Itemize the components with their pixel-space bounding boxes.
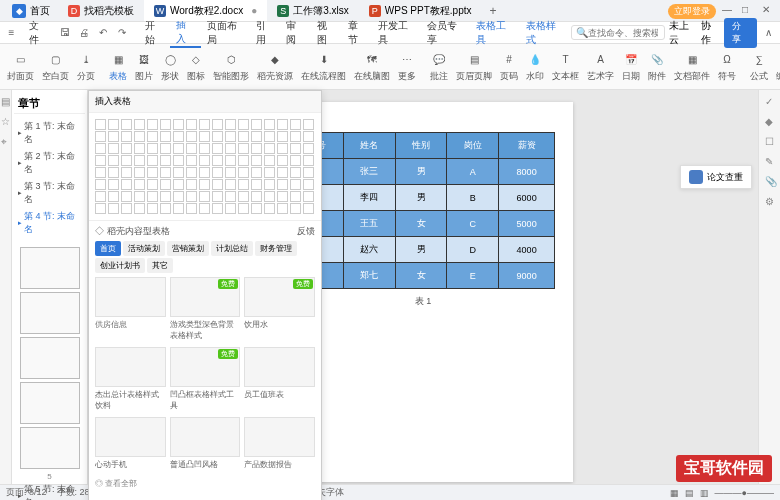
table-header-cell[interactable]: 性别: [395, 133, 447, 159]
ribbon-在线流程图[interactable]: ⬇在线流程图: [298, 50, 349, 83]
bookmark-icon[interactable]: ☆: [1, 116, 11, 126]
grid-cell[interactable]: [238, 143, 249, 154]
grid-cell[interactable]: [212, 191, 223, 202]
grid-cell[interactable]: [173, 167, 184, 178]
ribbon-智能图形[interactable]: ⬡智能图形: [210, 50, 252, 83]
grid-cell[interactable]: [251, 119, 262, 130]
settings-icon[interactable]: ⚙: [765, 196, 775, 206]
chapter-item[interactable]: 第 3 节: 末命名: [14, 178, 85, 208]
chapter-item[interactable]: 第 1 节: 末命名: [14, 118, 85, 148]
grid-cell[interactable]: [173, 203, 184, 214]
grid-cell[interactable]: [199, 131, 210, 142]
login-button[interactable]: 立即登录: [668, 4, 716, 19]
grid-cell[interactable]: [199, 167, 210, 178]
ribbon-更多[interactable]: ⋯更多: [395, 50, 419, 83]
grid-cell[interactable]: [303, 203, 314, 214]
grid-cell[interactable]: [225, 143, 236, 154]
page-thumbnail[interactable]: [20, 382, 80, 424]
grid-cell[interactable]: [238, 191, 249, 202]
grid-cell[interactable]: [160, 191, 171, 202]
grid-cell[interactable]: [173, 191, 184, 202]
table-cell[interactable]: C: [447, 211, 499, 237]
grid-cell[interactable]: [147, 191, 158, 202]
grid-cell[interactable]: [290, 119, 301, 130]
grid-cell[interactable]: [108, 179, 119, 190]
tab-ppt[interactable]: P WPS PPT教程.pptx: [359, 0, 482, 21]
grid-cell[interactable]: [290, 191, 301, 202]
table-template[interactable]: 免费: [244, 277, 315, 317]
ribbon-图片[interactable]: 🖼图片: [132, 50, 156, 83]
grid-cell[interactable]: [303, 143, 314, 154]
plagiarism-check-button[interactable]: 论文查重: [680, 165, 752, 189]
document-table[interactable]: 编号姓名性别岗位薪资 1张三男A80002李四男B60003王五女C50004赵…: [291, 132, 555, 289]
ribbon-表格[interactable]: ▦表格: [106, 50, 130, 83]
table-template[interactable]: 免费: [170, 277, 241, 317]
ribbon-公式[interactable]: ∑公式: [747, 50, 771, 83]
table-row[interactable]: 2李四男B6000: [292, 185, 555, 211]
ribbon-稻壳资源[interactable]: ◆稻壳资源: [254, 50, 296, 83]
grid-cell[interactable]: [212, 155, 223, 166]
table-template[interactable]: 免费: [170, 347, 241, 387]
grid-cell[interactable]: [121, 191, 132, 202]
view-mode-icon[interactable]: ▦: [670, 488, 679, 498]
grid-cell[interactable]: [108, 119, 119, 130]
grid-cell[interactable]: [277, 119, 288, 130]
grid-cell[interactable]: [160, 119, 171, 130]
menu-item-7[interactable]: 开发工具: [372, 19, 421, 47]
grid-cell[interactable]: [186, 131, 197, 142]
ribbon-文档部件[interactable]: ▦文档部件: [671, 50, 713, 83]
grid-cell[interactable]: [108, 143, 119, 154]
grid-cell[interactable]: [108, 155, 119, 166]
grid-cell[interactable]: [264, 203, 275, 214]
ribbon-页码[interactable]: #页码: [497, 50, 521, 83]
grid-cell[interactable]: [121, 179, 132, 190]
menu-item-9[interactable]: 表格工具: [470, 19, 519, 47]
menu-item-5[interactable]: 视图: [311, 19, 342, 47]
grid-cell[interactable]: [134, 143, 145, 154]
grid-cell[interactable]: [134, 167, 145, 178]
grid-cell[interactable]: [160, 179, 171, 190]
grid-cell[interactable]: [277, 203, 288, 214]
grid-cell[interactable]: [212, 203, 223, 214]
outline-icon[interactable]: ⌖: [1, 136, 11, 146]
grid-cell[interactable]: [251, 203, 262, 214]
grid-cell[interactable]: [225, 167, 236, 178]
grid-cell[interactable]: [186, 119, 197, 130]
select-icon[interactable]: ☐: [765, 136, 775, 146]
grid-cell[interactable]: [277, 155, 288, 166]
grid-cell[interactable]: [290, 143, 301, 154]
grid-cell[interactable]: [134, 119, 145, 130]
chapter-item[interactable]: 第 4 节: 末命名: [14, 208, 85, 238]
table-header-cell[interactable]: 岗位: [447, 133, 499, 159]
grid-cell[interactable]: [147, 119, 158, 130]
grid-cell[interactable]: [95, 143, 106, 154]
ribbon-日期[interactable]: 📅日期: [619, 50, 643, 83]
grid-cell[interactable]: [251, 155, 262, 166]
grid-cell[interactable]: [121, 155, 132, 166]
maximize-icon[interactable]: □: [742, 4, 756, 18]
table-cell[interactable]: 4000: [499, 237, 555, 263]
chapter-item[interactable]: 第 2 节: 末命名: [14, 148, 85, 178]
grid-cell[interactable]: [134, 191, 145, 202]
grid-cell[interactable]: [121, 143, 132, 154]
grid-cell[interactable]: [277, 167, 288, 178]
save-icon[interactable]: 🖫: [58, 25, 73, 41]
page-thumbnail[interactable]: [20, 292, 80, 334]
close-window-icon[interactable]: ✕: [762, 4, 776, 18]
grid-cell[interactable]: [199, 143, 210, 154]
menu-item-1[interactable]: 插入: [170, 18, 201, 48]
grid-cell[interactable]: [212, 131, 223, 142]
tab-template[interactable]: D 找稻壳模板: [58, 0, 144, 21]
check-icon[interactable]: ✓: [765, 96, 775, 106]
grid-cell[interactable]: [212, 119, 223, 130]
grid-cell[interactable]: [95, 179, 106, 190]
grid-cell[interactable]: [303, 131, 314, 142]
grid-cell[interactable]: [199, 191, 210, 202]
grid-cell[interactable]: [160, 143, 171, 154]
grid-cell[interactable]: [251, 167, 262, 178]
print-icon[interactable]: 🖨: [77, 25, 92, 41]
grid-cell[interactable]: [290, 203, 301, 214]
ribbon-编号[interactable]: №编号: [773, 50, 780, 83]
share-button[interactable]: 分享: [724, 18, 757, 48]
table-cell[interactable]: 郑七: [343, 263, 395, 289]
